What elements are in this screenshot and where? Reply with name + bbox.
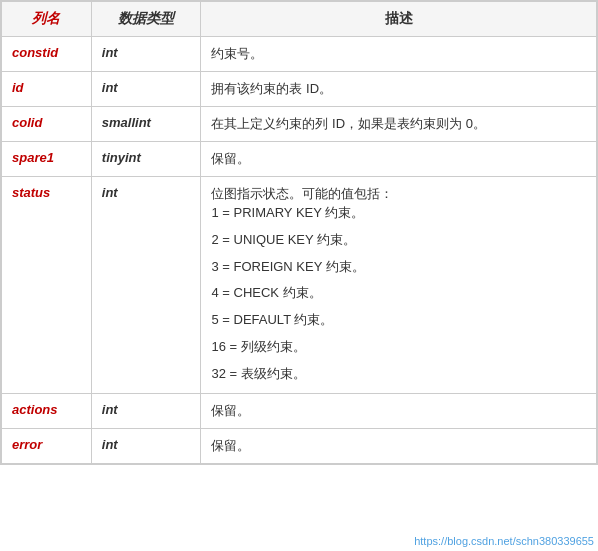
main-table-container: 列名 数据类型 描述 constidint约束号。idint拥有该约束的表 ID…	[0, 0, 598, 465]
table-row: constidint约束号。	[2, 37, 597, 72]
list-item: 16 = 列级约束。	[211, 337, 586, 358]
cell-data-type: tinyint	[91, 142, 201, 177]
cell-description: 拥有该约束的表 ID。	[201, 72, 597, 107]
cell-description: 位图指示状态。可能的值包括：1 = PRIMARY KEY 约束。2 = UNI…	[201, 177, 597, 394]
list-item: 32 = 表级约束。	[211, 364, 586, 385]
cell-data-type: int	[91, 428, 201, 463]
list-item: 3 = FOREIGN KEY 约束。	[211, 257, 586, 278]
cell-data-type: int	[91, 177, 201, 394]
table-row: errorint保留。	[2, 428, 597, 463]
table-row: idint拥有该约束的表 ID。	[2, 72, 597, 107]
header-desc: 描述	[201, 2, 597, 37]
cell-column-name: colid	[2, 107, 92, 142]
cell-column-name: actions	[2, 393, 92, 428]
cell-description: 约束号。	[201, 37, 597, 72]
table-row: colidsmallint在其上定义约束的列 ID，如果是表约束则为 0。	[2, 107, 597, 142]
cell-description: 保留。	[201, 393, 597, 428]
cell-data-type: int	[91, 72, 201, 107]
desc-status-list: 1 = PRIMARY KEY 约束。2 = UNIQUE KEY 约束。3 =…	[211, 203, 586, 385]
list-item: 1 = PRIMARY KEY 约束。	[211, 203, 586, 224]
table-body: constidint约束号。idint拥有该约束的表 ID。colidsmall…	[2, 37, 597, 464]
cell-description: 保留。	[201, 142, 597, 177]
desc-main-text: 位图指示状态。可能的值包括：	[211, 186, 393, 201]
cell-column-name: constid	[2, 37, 92, 72]
cell-data-type: int	[91, 37, 201, 72]
cell-description: 在其上定义约束的列 ID，如果是表约束则为 0。	[201, 107, 597, 142]
header-name: 列名	[2, 2, 92, 37]
list-item: 4 = CHECK 约束。	[211, 283, 586, 304]
cell-column-name: spare1	[2, 142, 92, 177]
table-row: actionsint保留。	[2, 393, 597, 428]
cell-data-type: smallint	[91, 107, 201, 142]
data-table: 列名 数据类型 描述 constidint约束号。idint拥有该约束的表 ID…	[1, 1, 597, 464]
table-header-row: 列名 数据类型 描述	[2, 2, 597, 37]
cell-column-name: status	[2, 177, 92, 394]
table-row: statusint位图指示状态。可能的值包括：1 = PRIMARY KEY 约…	[2, 177, 597, 394]
cell-data-type: int	[91, 393, 201, 428]
cell-column-name: id	[2, 72, 92, 107]
table-row: spare1tinyint保留。	[2, 142, 597, 177]
header-type: 数据类型	[91, 2, 201, 37]
list-item: 5 = DEFAULT 约束。	[211, 310, 586, 331]
watermark: https://blog.csdn.net/schn380339655	[414, 535, 594, 547]
list-item: 2 = UNIQUE KEY 约束。	[211, 230, 586, 251]
cell-column-name: error	[2, 428, 92, 463]
cell-description: 保留。	[201, 428, 597, 463]
